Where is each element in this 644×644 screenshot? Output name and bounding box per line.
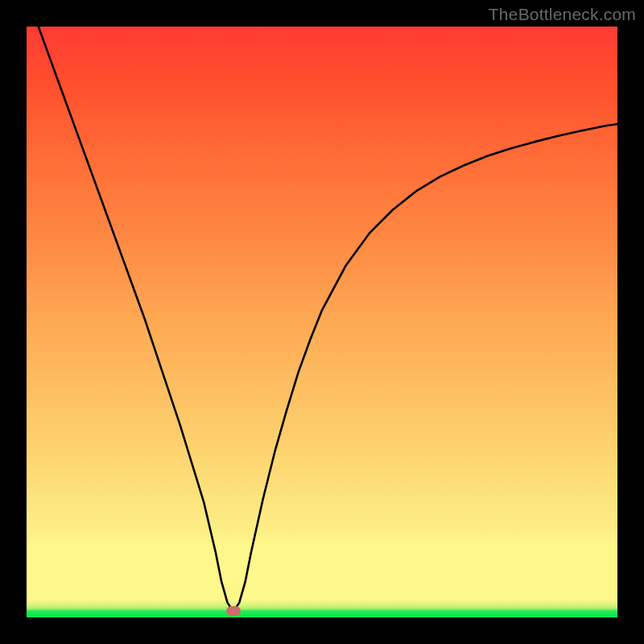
chart-frame: TheBottleneck.com <box>0 0 644 644</box>
curve-path <box>39 27 617 612</box>
optimum-marker <box>226 606 241 616</box>
bottleneck-curve <box>27 27 617 617</box>
plot-area <box>27 27 617 617</box>
watermark-text: TheBottleneck.com <box>489 5 636 24</box>
